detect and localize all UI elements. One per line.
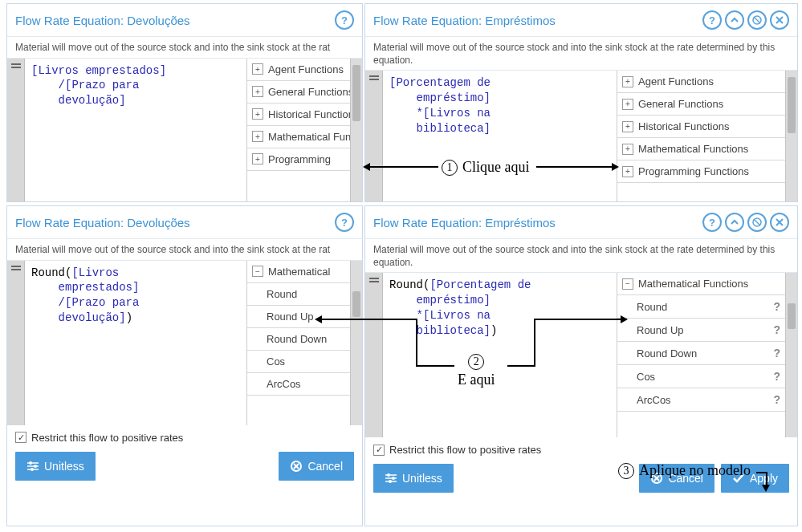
help-icon[interactable]: ?	[773, 393, 780, 406]
fn-category-historical[interactable]: +Historical Functions	[617, 116, 785, 138]
fn-category-general[interactable]: +General Functions	[617, 93, 785, 116]
panel-header: Flow Rate Equation: Empréstimos ?	[365, 4, 797, 37]
scrollbar[interactable]	[350, 59, 362, 201]
fn-cos[interactable]: Cos	[247, 351, 350, 373]
drag-handle-icon[interactable]	[7, 59, 25, 201]
fn-round[interactable]: Round?	[617, 295, 785, 319]
restrict-checkbox-row[interactable]: ✓ Restrict this flow to positive rates	[365, 437, 797, 459]
help-icon[interactable]: ?	[773, 300, 780, 313]
help-icon[interactable]: ?	[773, 347, 780, 359]
fn-label: Agent Functions	[268, 63, 344, 75]
unitless-button[interactable]: Unitless	[373, 464, 454, 493]
fn-cos[interactable]: Cos?	[617, 365, 785, 388]
panel-devolucoes-top: Flow Rate Equation: Devoluções ? Materia…	[6, 3, 363, 202]
fn-label: Round Down	[267, 333, 327, 345]
fn-category-programming[interactable]: +Programming Functions	[617, 160, 785, 183]
cancel-button[interactable]: Cancel	[279, 452, 354, 481]
collapse-icon[interactable]	[725, 10, 744, 30]
expand-icon: +	[622, 166, 633, 177]
fn-rounddown[interactable]: Round Down?	[617, 342, 785, 365]
fn-category-agent[interactable]: +Agent Functions	[247, 59, 350, 81]
expand-icon: +	[622, 76, 633, 87]
panel-body: Round([Porcentagem de empréstimo] *[Livr…	[365, 273, 797, 437]
scrollbar[interactable]	[785, 71, 797, 201]
collapse-icon[interactable]	[725, 213, 744, 232]
panel-body: [Porcentagem de empréstimo] *[Livros na …	[365, 71, 797, 201]
fn-category-mathematical[interactable]: −Mathematical	[247, 261, 350, 283]
equation-text[interactable]: [Porcentagem de empréstimo] *[Livros na …	[383, 71, 617, 201]
apply-button[interactable]: Apply	[721, 464, 789, 493]
panel-description: Material will move out of the source sto…	[365, 239, 797, 273]
drag-handle-icon[interactable]	[7, 261, 25, 425]
fn-label: Historical Functions	[638, 120, 729, 132]
equation-editor[interactable]: [Porcentagem de empréstimo] *[Livros na …	[365, 71, 617, 201]
fn-category-mathematical[interactable]: +Mathematical Functions	[247, 126, 350, 148]
grid-icon[interactable]	[747, 10, 767, 30]
fn-category-mathematical[interactable]: +Mathematical Functions	[617, 138, 785, 160]
panel-body: Round(Round([Livros emprestados] /[Prazo…	[7, 261, 362, 425]
close-icon[interactable]	[770, 10, 789, 30]
equation-editor[interactable]: [Livros emprestados] /[Prazo para devolu…	[7, 59, 246, 201]
fn-label: Programming	[268, 153, 331, 165]
panel-emprestimos-top: Flow Rate Equation: Empréstimos ? Materi…	[364, 3, 798, 202]
help-icon[interactable]: ?	[335, 10, 354, 30]
drag-handle-icon[interactable]	[365, 71, 383, 201]
fn-arccos[interactable]: ArcCos	[247, 373, 350, 396]
help-icon[interactable]: ?	[773, 323, 780, 336]
expand-icon: +	[622, 99, 633, 110]
collapse-icon: −	[252, 266, 263, 277]
equation-editor[interactable]: Round(Round([Livros emprestados] /[Prazo…	[7, 261, 246, 425]
panel-description: Material will move out of the source sto…	[7, 37, 362, 59]
equation-text[interactable]: Round([Porcentagem de empréstimo] *[Livr…	[383, 273, 617, 437]
help-icon[interactable]: ?	[702, 10, 722, 30]
fn-category-general[interactable]: +General Functions	[247, 81, 350, 104]
sliders-icon	[385, 473, 397, 484]
checkbox-icon[interactable]: ✓	[373, 445, 385, 456]
help-icon[interactable]: ?	[335, 213, 354, 232]
unitless-button[interactable]: Unitless	[15, 452, 96, 481]
fn-rounddown[interactable]: Round Down	[247, 328, 350, 351]
panel-header: Flow Rate Equation: Devoluções ?	[7, 4, 362, 37]
fn-label: Mathematical Functions	[638, 278, 748, 290]
svg-point-5	[34, 465, 37, 468]
fn-category-agent[interactable]: +Agent Functions	[617, 71, 785, 93]
fn-label: Cos	[637, 371, 655, 383]
fn-label: Programming Functions	[638, 165, 749, 177]
fn-label: ArcCos	[267, 378, 301, 390]
fn-category-historical[interactable]: +Historical Functions	[247, 104, 350, 126]
grid-icon[interactable]	[747, 213, 767, 232]
header-icons: ?	[335, 213, 354, 232]
fn-category-mathematical[interactable]: −Mathematical Functions	[617, 273, 785, 295]
equation-text[interactable]: Round(Round([Livros emprestados] /[Prazo…	[25, 261, 246, 425]
fn-roundup[interactable]: Round Up?	[617, 319, 785, 342]
restrict-label: Restrict this flow to positive rates	[31, 432, 183, 444]
fn-category-programming[interactable]: +Programming	[247, 148, 350, 171]
scrollbar[interactable]	[350, 261, 362, 425]
checkbox-icon[interactable]: ✓	[15, 432, 26, 443]
fn-arccos[interactable]: ArcCos?	[617, 388, 785, 412]
panel-header: Flow Rate Equation: Empréstimos ?	[365, 206, 797, 239]
scrollbar[interactable]	[785, 273, 797, 437]
button-label: Cancel	[668, 472, 703, 485]
expand-icon: +	[252, 86, 263, 97]
cancel-button[interactable]: Cancel	[639, 464, 714, 493]
help-icon[interactable]: ?	[773, 370, 780, 383]
panel-title: Flow Rate Equation: Empréstimos	[373, 14, 702, 27]
fn-label: Round Up	[637, 324, 684, 336]
panel-emprestimos-bottom: Flow Rate Equation: Empréstimos ? Materi…	[364, 205, 798, 526]
fn-roundup[interactable]: Round Up	[247, 306, 350, 328]
drag-handle-icon[interactable]	[365, 273, 383, 437]
panel-description: Material will move out of the source sto…	[7, 239, 362, 261]
header-icons: ?	[702, 10, 789, 30]
equation-text[interactable]: [Livros emprestados] /[Prazo para devolu…	[25, 59, 246, 201]
fn-label: Cos	[267, 355, 285, 368]
function-list: +Agent Functions +General Functions +His…	[617, 71, 797, 201]
help-icon[interactable]: ?	[702, 213, 722, 232]
expand-icon: +	[252, 153, 263, 164]
equation-editor[interactable]: Round([Porcentagem de empréstimo] *[Livr…	[365, 273, 617, 437]
restrict-checkbox-row[interactable]: ✓ Restrict this flow to positive rates	[7, 425, 362, 447]
fn-round[interactable]: Round	[247, 283, 350, 306]
panel-description: Material will move out of the source sto…	[365, 37, 797, 71]
close-icon[interactable]	[770, 213, 789, 232]
fn-label: Round	[637, 301, 667, 313]
